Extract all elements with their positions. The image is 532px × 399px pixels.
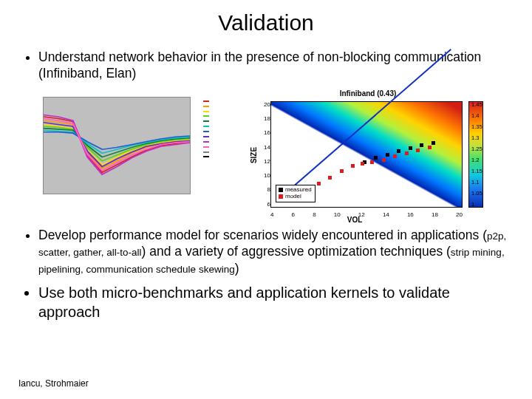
heatmap-yticks: 20 18 16 14 12 10 8 6	[260, 101, 270, 208]
lineplot-legend	[195, 98, 232, 160]
footer-authors: Iancu, Strohmaier	[18, 378, 89, 389]
figures-row: Infiniband (0.43) SIZE 20 18 16 14 12 10…	[27, 89, 511, 221]
heatmap-area: measured model	[270, 101, 463, 208]
bullet-list-top: Understand network behavior in the prese…	[21, 49, 511, 82]
heatmap-legend: measured model	[276, 185, 316, 202]
heatmap-colorbar-ticks: 1.45 1.4 1.35 1.3 1.25 1.2 1.15 1.1 1.05…	[471, 101, 491, 208]
bullet-2: Develop performance model for scenarios …	[38, 227, 511, 276]
slide: Validation Understand network behavior i…	[0, 0, 532, 399]
legend-model: model	[285, 193, 301, 200]
heatmap-ylabel: SIZE	[250, 147, 258, 163]
heatmap-xlabel: VOL	[247, 216, 463, 224]
figure-right-heatmap: Infiniband (0.43) SIZE 20 18 16 14 12 10…	[247, 89, 489, 221]
legend-measured: measured	[285, 186, 312, 193]
slide-title: Validation	[21, 10, 511, 35]
lineplot-area	[43, 97, 191, 194]
bullet-1: Understand network behavior in the prese…	[38, 49, 511, 82]
figure-left-lineplot	[27, 89, 233, 209]
lineplot-svg	[44, 98, 190, 194]
heatmap-title: Infiniband (0.43)	[247, 89, 489, 98]
bullet-3: Use both micro-benchmarks and applicatio…	[38, 284, 511, 321]
bullet-list-bottom: Develop performance model for scenarios …	[21, 227, 511, 321]
